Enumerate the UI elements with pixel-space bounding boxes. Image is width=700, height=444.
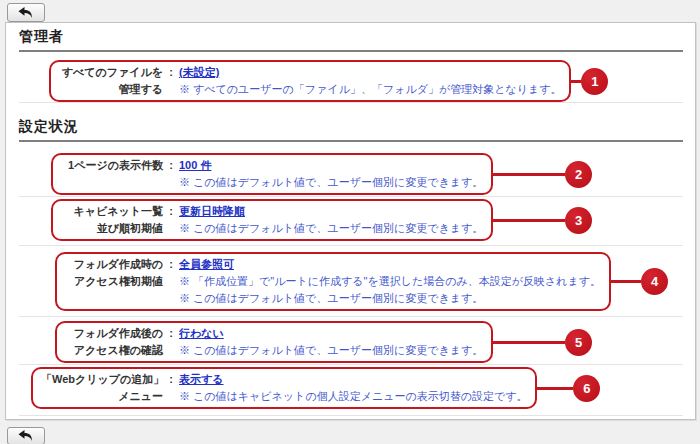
colon: :: [163, 256, 179, 273]
setting-row-items-per-page: 1ページの表示件数 : 100 件 ※ この値はデフォルト値で、ユーザー個別に変…: [51, 153, 592, 195]
annotation-connector: [611, 280, 641, 283]
setting-row-folder-access-confirm: フォルダ作成後の : 行わない アクセス権の確認 ※ この値はデフォルト値で、ユ…: [55, 321, 592, 363]
section-heading-status: 設定状況: [19, 118, 683, 142]
setting-label: 1ページの表示件数: [61, 157, 163, 174]
setting-note: ※ 「作成位置」で"ルートに作成する"を選択した場合のみ、本設定が反映されます。: [179, 273, 601, 290]
back-button-bottom[interactable]: [7, 427, 45, 444]
annotation-connector: [493, 173, 565, 176]
row-separator: [19, 245, 683, 246]
row-separator: [19, 415, 683, 416]
row-separator: [19, 364, 683, 365]
back-button[interactable]: [7, 3, 45, 22]
colon: :: [163, 325, 179, 342]
section-heading-admin: 管理者: [19, 28, 683, 52]
annotation-box: 1ページの表示件数 : 100 件 ※ この値はデフォルト値で、ユーザー個別に変…: [51, 153, 493, 195]
annotation-connector: [493, 219, 565, 222]
back-arrow-icon: [18, 430, 34, 442]
annotation-badge-3: 3: [565, 207, 592, 234]
setting-note: ※ この値はデフォルト値で、ユーザー個別に変更できます。: [179, 290, 483, 307]
setting-value-link[interactable]: (未設定): [179, 64, 219, 81]
setting-row-folder-access-default: フォルダ作成時の : 全員参照可 アクセス権初期値 ※ 「作成位置」で"ルートに…: [55, 252, 668, 311]
annotation-badge-2: 2: [565, 161, 592, 188]
setting-row-manage-all-files: すべてのファイルを : (未設定) 管理する ※ すべてのユーザーの「ファイル」…: [49, 60, 608, 102]
colon: :: [163, 157, 179, 174]
setting-row-cabinet-sort-order: キャビネット一覧 : 更新日時降順 並び順初期値 ※ この値はデフォルト値で、ユ…: [51, 199, 592, 241]
colon: :: [163, 64, 179, 81]
setting-label: すべてのファイルを: [59, 64, 163, 81]
row-separator: [19, 316, 683, 317]
setting-note: ※ この値はデフォルト値で、ユーザー個別に変更できます。: [179, 220, 483, 237]
setting-label: キャビネット一覧: [61, 203, 163, 220]
colon-spacer: [163, 388, 179, 405]
row-separator: [19, 196, 683, 197]
setting-label: フォルダ作成後の: [65, 325, 163, 342]
setting-label: フォルダ作成時の: [65, 256, 163, 273]
colon-spacer: [163, 174, 179, 191]
annotation-badge-6: 6: [573, 375, 600, 402]
colon-spacer: [163, 220, 179, 237]
annotation-box: 「Webクリップの追加」 : 表示する メニュー ※ この値はキャビネットの個人…: [31, 367, 537, 409]
annotation-connector: [571, 80, 581, 83]
setting-label: 「Webクリップの追加」: [41, 371, 163, 388]
setting-label: [61, 174, 163, 191]
back-arrow-icon: [18, 7, 34, 19]
setting-row-webclip-menu: 「Webクリップの追加」 : 表示する メニュー ※ この値はキャビネットの個人…: [31, 367, 600, 409]
colon: :: [163, 371, 179, 388]
annotation-box: キャビネット一覧 : 更新日時降順 並び順初期値 ※ この値はデフォルト値で、ユ…: [51, 199, 493, 241]
annotation-connector: [537, 387, 573, 390]
setting-value-link[interactable]: 100 件: [179, 157, 211, 174]
annotation-connector: [493, 341, 565, 344]
setting-label: アクセス権初期値: [65, 273, 163, 290]
setting-label: 並び順初期値: [61, 220, 163, 237]
setting-note: ※ すべてのユーザーの「ファイル」、「フォルダ」が管理対象となります。: [179, 81, 561, 98]
colon-spacer: [163, 81, 179, 98]
annotation-box: すべてのファイルを : (未設定) 管理する ※ すべてのユーザーの「ファイル」…: [49, 60, 571, 102]
setting-note: ※ この値はデフォルト値で、ユーザー個別に変更できます。: [179, 342, 483, 359]
colon-spacer: [163, 273, 179, 290]
setting-label: [65, 290, 163, 307]
annotation-badge-4: 4: [641, 268, 668, 295]
annotation-badge-5: 5: [565, 329, 592, 356]
setting-value-link[interactable]: 全員参照可: [179, 256, 234, 273]
settings-panel: 管理者 すべてのファイルを : (未設定) 管理する ※ すべてのユーザーの「フ…: [5, 22, 696, 420]
setting-label: 管理する: [59, 81, 163, 98]
annotation-badge-1: 1: [581, 68, 608, 95]
setting-label: メニュー: [41, 388, 163, 405]
colon-spacer: [163, 342, 179, 359]
setting-value-link[interactable]: 表示する: [179, 371, 224, 388]
setting-value-link[interactable]: 更新日時降順: [179, 203, 245, 220]
colon: :: [163, 203, 179, 220]
setting-note: ※ この値はデフォルト値で、ユーザー個別に変更できます。: [179, 174, 483, 191]
setting-value-link[interactable]: 行わない: [179, 325, 224, 342]
row-separator: [19, 102, 683, 103]
colon-spacer: [163, 290, 179, 307]
annotation-box: フォルダ作成後の : 行わない アクセス権の確認 ※ この値はデフォルト値で、ユ…: [55, 321, 493, 363]
annotation-box: フォルダ作成時の : 全員参照可 アクセス権初期値 ※ 「作成位置」で"ルートに…: [55, 252, 611, 311]
setting-label: アクセス権の確認: [65, 342, 163, 359]
setting-note: ※ この値はキャビネットの個人設定メニューの表示切替の設定です。: [179, 388, 527, 405]
